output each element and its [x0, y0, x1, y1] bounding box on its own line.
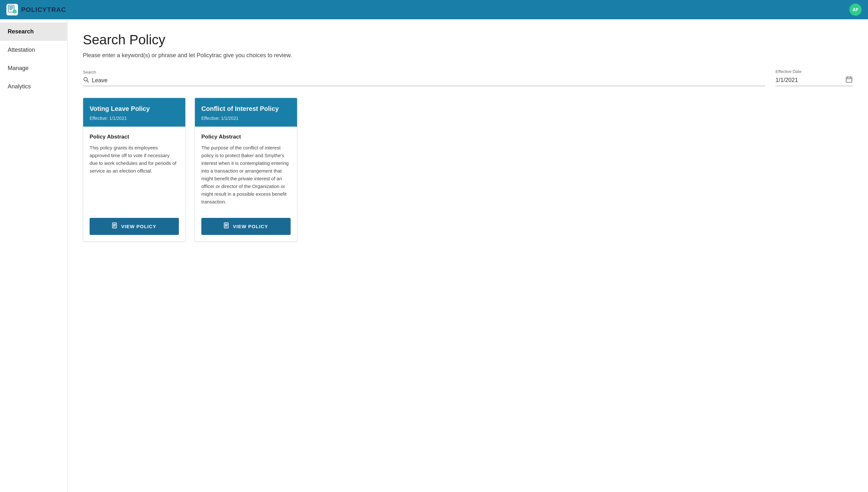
page-subtitle: Please enter a keyword(s) or phrase and … — [83, 52, 852, 59]
sidebar-item-manage[interactable]: Manage — [0, 59, 67, 77]
doc-icon-1 — [112, 222, 118, 230]
card-2-header: Conflict of Interest Policy Effective: 1… — [195, 98, 297, 127]
card-1-abstract-text: This policy grants its employees approve… — [89, 144, 179, 206]
doc-icon-2 — [224, 222, 230, 230]
card-1-header: Voting Leave Policy Effective: 1/1/2021 — [83, 98, 185, 127]
card-2-body: Policy Abstract The purpose of the confl… — [195, 127, 297, 213]
card-2-abstract-label: Policy Abstract — [201, 134, 291, 140]
card-1-abstract-label: Policy Abstract — [89, 134, 179, 140]
logo-text: POLICYTRAC — [21, 6, 66, 14]
card-2-effective: Effective: 1/1/2021 — [201, 116, 291, 121]
view-policy-button-2[interactable]: VIEW POLICY — [201, 218, 291, 235]
card-1-title: Voting Leave Policy — [89, 105, 179, 113]
svg-line-8 — [87, 81, 89, 82]
sidebar: Research Attestation Manage Analytics — [0, 19, 68, 492]
card-1-footer: VIEW POLICY — [83, 213, 185, 241]
cards-grid: Voting Leave Policy Effective: 1/1/2021 … — [83, 98, 852, 242]
card-2-abstract-text: The purpose of the conflict of interest … — [201, 144, 291, 206]
search-icon — [83, 76, 89, 84]
svg-rect-2 — [9, 6, 13, 7]
view-policy-label-1: VIEW POLICY — [121, 224, 156, 229]
main-layout: Research Attestation Manage Analytics Se… — [0, 19, 868, 492]
effective-date-input[interactable] — [775, 77, 833, 83]
search-field: Search — [83, 70, 765, 86]
logo-area: ✓ POLICYTRAC — [6, 4, 66, 16]
view-policy-button-1[interactable]: VIEW POLICY — [89, 218, 179, 235]
search-section: Search Effective Date — [83, 69, 852, 86]
svg-text:✓: ✓ — [14, 10, 16, 14]
search-input-wrapper — [83, 76, 765, 86]
card-1-effective: Effective: 1/1/2021 — [89, 116, 179, 121]
policy-card-1: Voting Leave Policy Effective: 1/1/2021 … — [83, 98, 186, 242]
search-label: Search — [83, 70, 765, 75]
card-2-footer: VIEW POLICY — [195, 213, 297, 241]
date-input-wrapper — [775, 76, 852, 86]
calendar-icon[interactable] — [845, 76, 852, 84]
page-title: Search Policy — [83, 32, 852, 48]
card-2-title: Conflict of Interest Policy — [201, 105, 291, 113]
card-1-body: Policy Abstract This policy grants its e… — [83, 127, 185, 213]
effective-date-label: Effective Date — [775, 69, 852, 74]
view-policy-label-2: VIEW POLICY — [233, 224, 268, 229]
sidebar-item-research[interactable]: Research — [0, 23, 67, 41]
user-avatar[interactable]: AF — [849, 3, 862, 16]
date-field: Effective Date — [775, 69, 852, 86]
app-header: ✓ POLICYTRAC AF — [0, 0, 868, 19]
main-content: Search Policy Please enter a keyword(s) … — [68, 19, 868, 492]
svg-rect-4 — [9, 9, 12, 10]
sidebar-item-attestation[interactable]: Attestation — [0, 41, 67, 59]
logo-icon: ✓ — [6, 4, 18, 16]
policy-card-2: Conflict of Interest Policy Effective: 1… — [194, 98, 297, 242]
sidebar-item-analytics[interactable]: Analytics — [0, 77, 67, 96]
svg-rect-9 — [846, 77, 852, 82]
svg-rect-3 — [9, 8, 13, 8]
search-input[interactable] — [92, 77, 765, 84]
